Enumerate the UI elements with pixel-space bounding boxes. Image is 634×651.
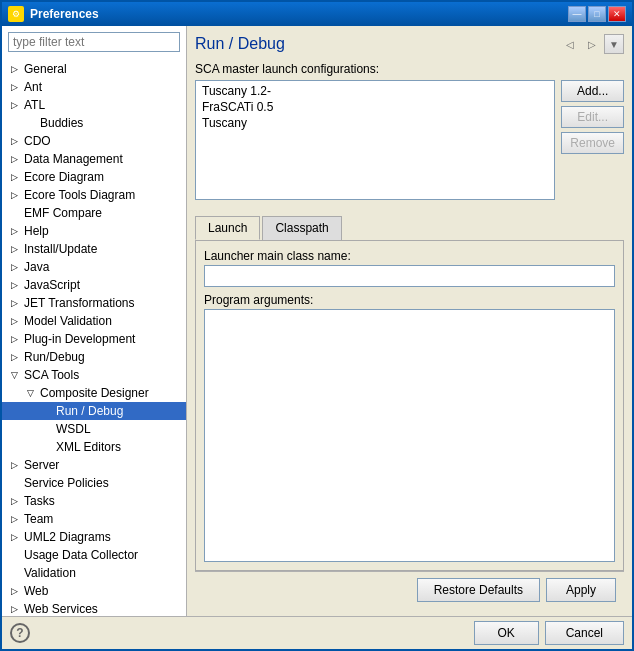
sidebar-item-label: Service Policies (22, 475, 111, 491)
sca-inner: Tuscany 1.2- FraSCATi 0.5 Tuscany Add...… (195, 80, 624, 208)
sidebar-item-label: Plug-in Development (22, 331, 137, 347)
sidebar-item-web-services[interactable]: ▷ Web Services (2, 600, 186, 616)
expand-icon: ▷ (6, 79, 22, 95)
remove-button[interactable]: Remove (561, 132, 624, 154)
sidebar-item-java[interactable]: ▷ Java (2, 258, 186, 276)
sidebar-item-buddies[interactable]: Buddies (2, 114, 186, 132)
sidebar-item-javascript[interactable]: ▷ JavaScript (2, 276, 186, 294)
expand-icon: ▷ (6, 277, 22, 293)
sca-item[interactable]: Tuscany (198, 115, 552, 131)
filter-input[interactable] (8, 32, 180, 52)
add-button[interactable]: Add... (561, 80, 624, 102)
sidebar-item-model-validation[interactable]: ▷ Model Validation (2, 312, 186, 330)
expand-icon: ▷ (6, 331, 22, 347)
sidebar-item-composite-designer[interactable]: ▽ Composite Designer (2, 384, 186, 402)
sidebar-item-emf-compare[interactable]: EMF Compare (2, 204, 186, 222)
sidebar-item-usage-data-collector[interactable]: Usage Data Collector (2, 546, 186, 564)
window-title: Preferences (30, 7, 99, 21)
sca-item[interactable]: Tuscany 1.2- (198, 83, 552, 99)
tab-classpath[interactable]: Classpath (262, 216, 341, 240)
sidebar-item-label: XML Editors (54, 439, 123, 455)
expand-icon: ▷ (6, 241, 22, 257)
sidebar-item-run-debug[interactable]: Run / Debug (2, 402, 186, 420)
sidebar-item-label: WSDL (54, 421, 93, 437)
sidebar-item-cdo[interactable]: ▷ CDO (2, 132, 186, 150)
sidebar-item-team[interactable]: ▷ Team (2, 510, 186, 528)
restore-defaults-button[interactable]: Restore Defaults (417, 578, 540, 602)
expand-icon: ▷ (6, 349, 22, 365)
sidebar-item-run-debug-top[interactable]: ▷ Run/Debug (2, 348, 186, 366)
apply-button[interactable]: Apply (546, 578, 616, 602)
sidebar-item-label: JET Transformations (22, 295, 136, 311)
sidebar-item-label: Team (22, 511, 55, 527)
sca-list[interactable]: Tuscany 1.2- FraSCATi 0.5 Tuscany (195, 80, 555, 200)
sidebar-item-label: Web Services (22, 601, 100, 616)
nav-dropdown-button[interactable]: ▼ (604, 34, 624, 54)
sidebar-item-service-policies[interactable]: Service Policies (2, 474, 186, 492)
expand-icon: ▷ (6, 97, 22, 113)
expand-icon (38, 421, 54, 437)
sidebar-item-validation[interactable]: Validation (2, 564, 186, 582)
sidebar-item-label: Ecore Diagram (22, 169, 106, 185)
sidebar-item-label: Composite Designer (38, 385, 151, 401)
sidebar-item-general[interactable]: ▷ General (2, 60, 186, 78)
sca-item[interactable]: FraSCATi 0.5 (198, 99, 552, 115)
sidebar-item-tasks[interactable]: ▷ Tasks (2, 492, 186, 510)
sca-buttons: Add... Edit... Remove (561, 80, 624, 208)
close-button[interactable]: ✕ (608, 6, 626, 22)
sidebar-item-label: Buddies (38, 115, 85, 131)
sidebar-item-label: SCA Tools (22, 367, 81, 383)
expand-icon: ▷ (6, 511, 22, 527)
sca-section: SCA master launch configurations: Tuscan… (195, 62, 624, 208)
sidebar-item-wsdl[interactable]: WSDL (2, 420, 186, 438)
help-icon[interactable]: ? (10, 623, 30, 643)
sidebar-item-xml-editors[interactable]: XML Editors (2, 438, 186, 456)
sidebar-item-label: EMF Compare (22, 205, 104, 221)
nav-forward-button[interactable]: ▷ (582, 34, 602, 54)
sidebar-item-uml2-diagrams[interactable]: ▷ UML2 Diagrams (2, 528, 186, 546)
expand-icon (38, 403, 54, 419)
sidebar-item-label: JavaScript (22, 277, 82, 293)
sidebar-item-ecore-tools-diagram[interactable]: ▷ Ecore Tools Diagram (2, 186, 186, 204)
expand-icon (6, 205, 22, 221)
sca-section-label: SCA master launch configurations: (195, 62, 624, 76)
launcher-input[interactable] (204, 265, 615, 287)
expand-icon (38, 439, 54, 455)
sidebar-item-server[interactable]: ▷ Server (2, 456, 186, 474)
edit-button[interactable]: Edit... (561, 106, 624, 128)
sidebar-item-jet-transformations[interactable]: ▷ JET Transformations (2, 294, 186, 312)
sidebar-item-install-update[interactable]: ▷ Install/Update (2, 240, 186, 258)
sidebar-item-help[interactable]: ▷ Help (2, 222, 186, 240)
sidebar-item-label: ATL (22, 97, 47, 113)
expand-icon: ▷ (6, 259, 22, 275)
sidebar-item-label: Model Validation (22, 313, 114, 329)
sidebar-item-label: Validation (22, 565, 78, 581)
program-args-textarea[interactable] (204, 309, 615, 562)
sidebar-item-atl[interactable]: ▷ ATL (2, 96, 186, 114)
sidebar-item-label: Data Management (22, 151, 125, 167)
footer-buttons: OK Cancel (474, 621, 624, 645)
expand-icon: ▽ (6, 367, 22, 383)
sidebar-item-label: General (22, 61, 69, 77)
maximize-button[interactable]: □ (588, 6, 606, 22)
expand-icon: ▷ (6, 61, 22, 77)
sidebar-item-label: Java (22, 259, 51, 275)
nav-back-button[interactable]: ◁ (560, 34, 580, 54)
preferences-window: ⚙ Preferences — □ ✕ ▷ General ▷ An (0, 0, 634, 651)
ok-button[interactable]: OK (474, 621, 539, 645)
sidebar-item-sca-tools[interactable]: ▽ SCA Tools (2, 366, 186, 384)
sca-list-wrap: Tuscany 1.2- FraSCATi 0.5 Tuscany (195, 80, 555, 208)
sidebar-item-ant[interactable]: ▷ Ant (2, 78, 186, 96)
tab-launch[interactable]: Launch (195, 216, 260, 240)
expand-icon: ▷ (6, 601, 22, 616)
footer-bar: ? OK Cancel (2, 616, 632, 649)
sidebar-item-data-management[interactable]: ▷ Data Management (2, 150, 186, 168)
minimize-button[interactable]: — (568, 6, 586, 22)
cancel-button[interactable]: Cancel (545, 621, 624, 645)
sidebar-item-web[interactable]: ▷ Web (2, 582, 186, 600)
expand-icon: ▷ (6, 187, 22, 203)
sidebar-item-plugin-development[interactable]: ▷ Plug-in Development (2, 330, 186, 348)
sidebar-item-ecore-diagram[interactable]: ▷ Ecore Diagram (2, 168, 186, 186)
expand-icon: ▷ (6, 529, 22, 545)
tab-content: Launcher main class name: Program argume… (195, 240, 624, 571)
